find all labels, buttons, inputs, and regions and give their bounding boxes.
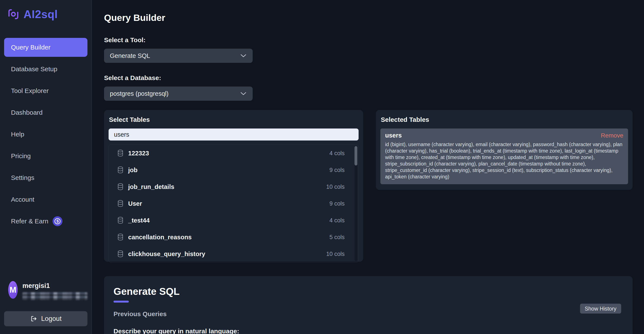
sidebar-item-dashboard[interactable]: Dashboard	[4, 103, 88, 122]
table-name: job	[128, 167, 138, 174]
table-name: 122323	[128, 150, 149, 157]
selected-tables-panel: Selected Tables users Remove id (bigint)…	[376, 110, 632, 190]
database-icon	[118, 234, 124, 241]
remove-table-link[interactable]: Remove	[601, 132, 623, 139]
user-email-blurred	[22, 292, 88, 300]
logout-icon	[30, 315, 37, 322]
table-row[interactable]: 122323 4 cols	[109, 145, 358, 162]
sidebar-item-settings[interactable]: Settings	[4, 168, 88, 187]
table-name: User	[128, 200, 142, 207]
sidebar-item-label: Refer & Earn	[11, 218, 48, 225]
sidebar-item-label: Database Setup	[11, 65, 57, 73]
sidebar-item-pricing[interactable]: Pricing	[4, 147, 88, 165]
table-list-scrollbar-track	[354, 146, 357, 261]
database-select-label: Select a Database:	[104, 74, 632, 81]
main-content: Query Builder Select a Tool: Generate SQ…	[92, 0, 644, 334]
select-tables-panel: Select Tables 122323 4 cols job 9 cols j…	[104, 110, 363, 262]
selected-table-name: users	[385, 132, 402, 139]
table-name: _test44	[128, 217, 150, 224]
sidebar-item-help[interactable]: Help	[4, 125, 88, 144]
table-row[interactable]: cancellation_reasons 5 cols	[109, 229, 358, 246]
sidebar-nav: Query Builder Database Setup Tool Explor…	[4, 38, 88, 234]
table-list-scrollbar-thumb[interactable]	[354, 146, 357, 165]
tool-select[interactable]: Generate SQL	[104, 49, 253, 63]
generate-sql-title: Generate SQL	[114, 286, 621, 297]
show-history-button[interactable]: Show History	[580, 304, 621, 314]
sidebar-item-label: Account	[11, 196, 34, 203]
brand: AI2sql	[4, 7, 88, 21]
describe-query-label: Describe your query in natural language:	[114, 328, 621, 334]
selected-table-columns: id (bigint), username (character varying…	[385, 141, 623, 180]
logout-label: Logout	[41, 315, 62, 323]
sidebar: AI2sql Query Builder Database Setup Tool…	[0, 0, 92, 334]
user-profile: M mergisi1	[4, 281, 88, 300]
sidebar-item-label: Pricing	[11, 152, 31, 160]
user-name: mergisi1	[22, 282, 88, 290]
sidebar-item-label: Help	[11, 131, 24, 138]
database-icon	[118, 250, 124, 258]
database-icon	[118, 150, 124, 157]
table-row[interactable]: User 9 cols	[109, 195, 358, 212]
sidebar-item-account[interactable]: Account	[4, 190, 88, 209]
chevron-down-icon	[240, 54, 246, 57]
ai2sql-logo-icon	[7, 7, 20, 21]
table-row[interactable]: job_run_details 10 cols	[109, 178, 358, 195]
avatar: M	[8, 281, 18, 299]
table-list: 122323 4 cols job 9 cols job_run_details…	[108, 145, 358, 263]
table-cols-count: 4 cols	[329, 150, 344, 157]
generate-sql-panel: Generate SQL Previous Queries Show Histo…	[104, 276, 632, 334]
database-icon	[118, 217, 124, 224]
table-cols-count: 10 cols	[326, 251, 344, 257]
logout-button[interactable]: Logout	[4, 311, 88, 326]
tool-select-label: Select a Tool:	[104, 36, 632, 44]
table-name: job_run_details	[128, 183, 174, 190]
dollar-badge-icon: $	[52, 216, 62, 226]
table-cols-count: 9 cols	[329, 200, 344, 207]
sidebar-item-label: Settings	[11, 174, 34, 181]
chevron-down-icon	[240, 92, 246, 95]
database-icon	[118, 166, 124, 174]
table-name: clickhouse_query_history	[128, 251, 205, 258]
table-cols-count: 9 cols	[329, 167, 344, 173]
database-icon	[118, 200, 124, 207]
table-row[interactable]: job 9 cols	[109, 162, 358, 178]
table-row[interactable]: clickhouse_query_history 10 cols	[109, 246, 358, 262]
table-cols-count: 10 cols	[326, 184, 344, 190]
brand-name: AI2sql	[24, 8, 58, 21]
table-name: cancellation_reasons	[128, 234, 192, 241]
database-select-value: postgres (postgresql)	[110, 90, 168, 97]
select-tables-title: Select Tables	[108, 116, 358, 123]
sidebar-item-query-builder[interactable]: Query Builder	[4, 38, 88, 57]
database-icon	[118, 183, 124, 190]
table-row[interactable]: _test44 4 cols	[109, 212, 358, 229]
sidebar-item-database-setup[interactable]: Database Setup	[4, 60, 88, 78]
page-title: Query Builder	[104, 12, 632, 23]
selected-table-card: users Remove id (bigint), username (char…	[380, 128, 628, 184]
sidebar-spacer	[4, 234, 88, 281]
sidebar-item-label: Dashboard	[11, 109, 43, 116]
sidebar-item-refer-earn[interactable]: Refer & Earn $	[4, 212, 88, 231]
title-accent-underline	[114, 301, 129, 303]
selected-tables-title: Selected Tables	[380, 116, 628, 123]
database-select[interactable]: postgres (postgresql)	[104, 86, 253, 101]
sidebar-item-tool-explorer[interactable]: Tool Explorer	[4, 81, 88, 100]
sidebar-item-label: Query Builder	[11, 44, 50, 51]
tables-panels-row: Select Tables 122323 4 cols job 9 cols j…	[104, 110, 632, 262]
table-search-input[interactable]	[108, 128, 358, 141]
table-cols-count: 5 cols	[329, 234, 344, 241]
tool-select-value: Generate SQL	[110, 52, 150, 59]
table-cols-count: 4 cols	[329, 217, 344, 224]
sidebar-item-label: Tool Explorer	[11, 87, 49, 94]
previous-queries-label: Previous Queries	[114, 310, 621, 318]
